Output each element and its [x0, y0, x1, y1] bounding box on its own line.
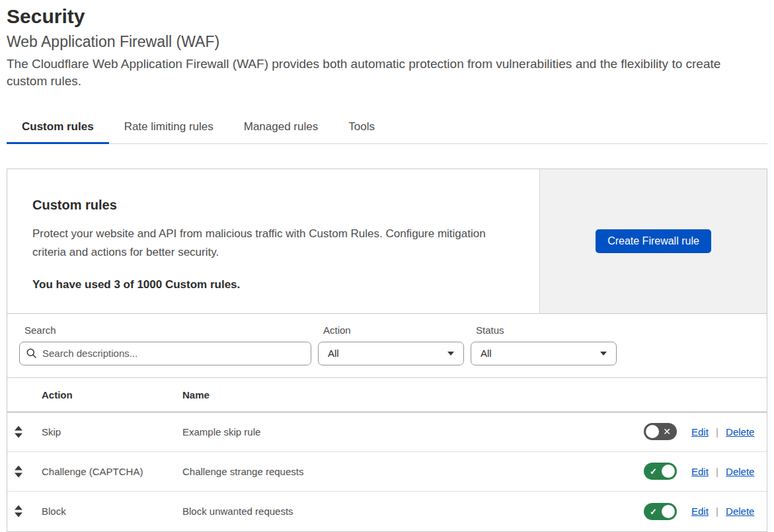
rules-table-body: Skip Example skip rule ✕ Edit | Delete C…: [7, 412, 767, 531]
chevron-down-icon: [447, 352, 454, 356]
rule-enabled-toggle[interactable]: ✓: [644, 503, 677, 520]
card-title: Custom rules: [32, 198, 513, 213]
link-separator: |: [713, 466, 721, 477]
row-action: Skip: [42, 426, 182, 437]
rule-enabled-toggle[interactable]: ✕: [644, 423, 677, 440]
page-title: Security: [7, 5, 767, 28]
table-header-row: Action Name: [7, 378, 767, 412]
drag-sort-icon[interactable]: [7, 505, 42, 517]
status-filter-value: All: [481, 348, 492, 359]
delete-link[interactable]: Delete: [726, 466, 754, 477]
drag-sort-icon[interactable]: [7, 465, 42, 478]
custom-rules-card: Custom rules Protect your website and AP…: [7, 169, 767, 531]
toggle-state-icon: ✓: [650, 467, 657, 476]
delete-link[interactable]: Delete: [726, 506, 754, 517]
create-firewall-rule-button[interactable]: Create Firewall rule: [596, 229, 711, 253]
card-description: Protect your website and API from malici…: [32, 225, 513, 260]
table-row: Challenge (CAPTCHA) Challenge strange re…: [7, 452, 767, 492]
search-label: Search: [24, 324, 311, 336]
toggle-state-icon: ✕: [663, 427, 671, 436]
tab-tools[interactable]: Tools: [333, 112, 390, 143]
search-input[interactable]: [41, 347, 304, 360]
edit-link[interactable]: Edit: [691, 466, 709, 477]
column-header-action: Action: [42, 389, 182, 400]
table-row: Skip Example skip rule ✕ Edit | Delete: [7, 412, 767, 452]
drag-sort-icon[interactable]: [7, 426, 42, 438]
link-separator: |: [713, 506, 721, 517]
rule-enabled-toggle[interactable]: ✓: [644, 463, 677, 480]
tab-custom-rules[interactable]: Custom rules: [7, 112, 109, 143]
link-separator: |: [713, 426, 721, 437]
usage-count-text: You have used 3 of 1000 Custom rules.: [32, 278, 513, 291]
table-row: Block Block unwanted requests ✓ Edit | D…: [7, 492, 767, 531]
action-filter-value: All: [328, 348, 339, 359]
create-rule-panel: Create Firewall rule: [539, 169, 767, 313]
status-filter-select[interactable]: All: [471, 342, 617, 365]
tab-rate-limiting-rules[interactable]: Rate limiting rules: [109, 112, 229, 143]
custom-rules-header-section: Custom rules Protect your website and AP…: [7, 169, 767, 313]
toggle-knob: [646, 425, 659, 438]
security-page: Security Web Application Firewall (WAF) …: [0, 0, 774, 532]
row-name: Example skip rule: [182, 426, 644, 437]
toggle-knob: [662, 465, 675, 478]
action-filter-label: Action: [323, 324, 464, 336]
status-filter-label: Status: [476, 324, 617, 336]
page-description: The Cloudflare Web Application Firewall …: [7, 56, 763, 90]
filters-row: Search Action All Status All: [7, 314, 767, 378]
magnifier-icon: [26, 348, 36, 358]
row-action: Challenge (CAPTCHA): [42, 466, 182, 477]
edit-link[interactable]: Edit: [691, 426, 709, 437]
row-action: Block: [42, 506, 182, 517]
waf-tab-bar: Custom rulesRate limiting rulesManaged r…: [7, 112, 767, 144]
chevron-down-icon: [600, 352, 607, 356]
search-box: [19, 342, 311, 365]
toggle-state-icon: ✓: [650, 507, 657, 515]
delete-link[interactable]: Delete: [726, 426, 754, 437]
edit-link[interactable]: Edit: [691, 506, 709, 517]
row-name: Challenge strange requests: [182, 466, 644, 477]
tab-managed-rules[interactable]: Managed rules: [229, 112, 333, 143]
toggle-knob: [662, 505, 675, 518]
column-header-name: Name: [182, 389, 767, 400]
action-filter-select[interactable]: All: [318, 342, 464, 365]
row-name: Block unwanted requests: [182, 506, 644, 517]
page-subtitle: Web Application Firewall (WAF): [7, 33, 767, 51]
